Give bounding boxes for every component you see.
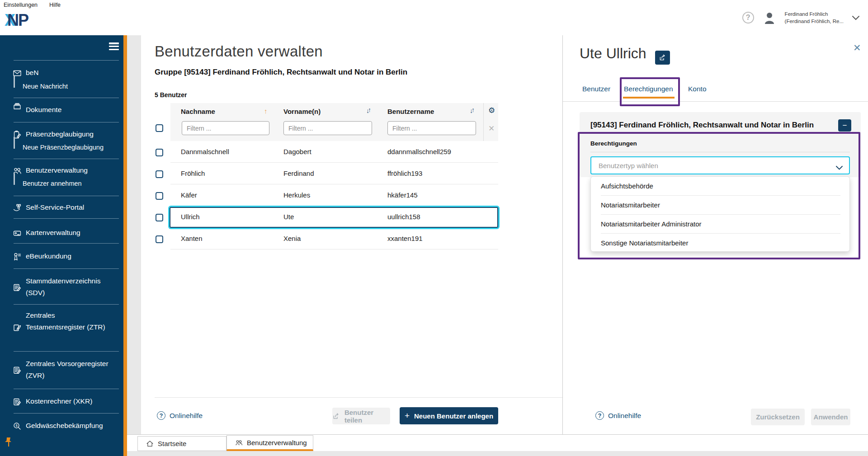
divider xyxy=(14,60,119,61)
collapse-minus-button[interactable]: − xyxy=(838,119,851,132)
sidebar-item-neue-nachricht[interactable]: Neue Nachricht xyxy=(23,82,68,91)
table-row[interactable]: Fröhlich Ferdinand ffröhlich193 xyxy=(170,163,498,184)
select-placeholder: Benutzertyp wählen xyxy=(599,162,658,169)
table-row[interactable]: Käfer Herkules hkäfer145 xyxy=(170,184,498,206)
sidebar-item-zvr[interactable]: Zentrales Vorsorgeregister (ZVR) xyxy=(26,358,114,381)
onlinehilfe-link[interactable]: ? Onlinehilfe xyxy=(595,411,641,420)
divider xyxy=(14,351,119,352)
tab-benutzer[interactable]: Benutzer xyxy=(582,85,610,93)
tab-label: Startseite xyxy=(158,440,186,447)
table-row[interactable]: Dannmalschnell Dagobert ddannmallschnell… xyxy=(170,141,498,163)
filter-nachname-input[interactable] xyxy=(182,121,269,135)
row-checkbox[interactable] xyxy=(156,214,163,221)
sidebar-item-benutzerverwaltung[interactable]: Benutzerverwaltung xyxy=(26,166,88,175)
detail-panel: ✕ Ute Ullrich Benutzer Berechtigungen Ko… xyxy=(562,35,868,434)
option-aufsichtsbehoerde[interactable]: Aufsichtsbehörde xyxy=(591,177,850,195)
divider xyxy=(14,122,119,122)
menubar: Einstellungen Hilfe xyxy=(4,2,61,8)
close-icon[interactable]: ✕ xyxy=(853,42,861,53)
option-notariatsmitarbeiter[interactable]: Notariatsmitarbeiter xyxy=(591,196,850,214)
sidebar-item-ebeurkundung[interactable]: eBeurkundung xyxy=(26,252,71,261)
filter-benutzername-input[interactable] xyxy=(387,121,476,135)
calculator-document-icon xyxy=(13,397,22,406)
onlinehilfe-label: Onlinehilfe xyxy=(170,412,203,420)
select-all-checkbox[interactable] xyxy=(156,124,163,132)
chevron-down-icon[interactable] xyxy=(852,15,860,20)
pin-icon[interactable] xyxy=(4,437,14,448)
help-icon[interactable]: ? xyxy=(742,12,754,24)
sidebar-item-self-service-portal[interactable]: Self-Service-Portal xyxy=(26,203,84,212)
tab-benutzerverwaltung[interactable]: Benutzerverwaltung xyxy=(226,435,313,451)
col-nachname[interactable]: Nachname xyxy=(181,108,215,115)
cell-benutzername: ddannmallschnell259 xyxy=(387,148,451,155)
apply-button-label: Anwenden xyxy=(814,413,848,421)
sort-icon[interactable]: ↓↑ xyxy=(470,107,473,114)
cell-nachname: Ullrich xyxy=(181,213,200,221)
sidebar-item-praesenzbeglaubigung[interactable]: Präsenzbeglaubigung xyxy=(26,130,94,139)
menu-einstellungen[interactable]: Einstellungen xyxy=(4,2,38,8)
hamburger-menu-icon[interactable] xyxy=(109,42,119,50)
subitem-bar xyxy=(14,173,15,185)
user-count: 5 Benutzer xyxy=(155,91,187,99)
document-pen-icon xyxy=(13,366,22,375)
benutzer-teilen-button[interactable]: Benutzer teilen xyxy=(332,408,390,424)
tab-berechtigungen[interactable]: Berechtigungen xyxy=(624,85,673,93)
cell-vorname: Dagobert xyxy=(283,148,311,155)
seal-icon xyxy=(13,252,22,261)
table-row[interactable]: Xanten Xenia xxanten191 xyxy=(170,228,498,249)
cell-vorname: Herkules xyxy=(283,191,310,199)
tab-konto[interactable]: Konto xyxy=(688,85,707,93)
row-checkbox[interactable] xyxy=(156,192,163,200)
sidebar-item-kartenverwaltung[interactable]: Kartenverwaltung xyxy=(26,228,80,237)
sort-asc-icon[interactable]: ↑ xyxy=(264,107,268,115)
sidebar-item-kostenrechner[interactable]: Kostenrechner (XKR) xyxy=(26,397,92,406)
plus-icon: + xyxy=(405,411,410,421)
page-subtitle: Gruppe [95143] Ferdinand Fröhlich, Recht… xyxy=(155,68,407,77)
help-icon: ? xyxy=(595,411,604,420)
cell-vorname: Ute xyxy=(283,213,294,221)
cell-nachname: Xanten xyxy=(181,235,203,242)
cell-vorname: Ferdinand xyxy=(283,169,314,177)
sidebar-nav: beN Neue Nachricht Dokumente Präsenzbegl… xyxy=(0,35,123,456)
row-checkbox[interactable] xyxy=(156,149,163,156)
divider xyxy=(14,98,119,98)
benutzertyp-select[interactable]: Benutzertyp wählen xyxy=(590,156,850,174)
sidebar-item-benutzer-annehmen[interactable]: Benutzer annehmen xyxy=(23,179,82,188)
anwenden-button[interactable]: Anwenden xyxy=(811,409,850,425)
menu-hilfe[interactable]: Hilfe xyxy=(49,2,61,8)
table-settings-gear-icon[interactable]: ⚙ xyxy=(488,106,495,115)
sidebar-item-ztr[interactable]: Zentrales Testamentsregister (ZTR) xyxy=(26,310,114,333)
sidebar-item-dokumente[interactable]: Dokumente xyxy=(26,105,61,114)
top-bar: Einstellungen Hilfe XNP ? Ferdinand Fröh… xyxy=(0,0,868,35)
home-icon xyxy=(146,440,154,447)
clear-filters-icon[interactable]: ✕ xyxy=(488,124,495,133)
row-checkbox[interactable] xyxy=(156,170,163,178)
onlinehilfe-link[interactable]: ? Onlinehilfe xyxy=(157,411,203,420)
sidebar-item-geldwaeschebekaempfung[interactable]: Geldwäschebekämpfung xyxy=(26,421,103,430)
sidebar-item-neue-praesenzbeglaubigung[interactable]: Neue Präsenzbeglaubigung xyxy=(23,143,104,152)
group-header: [95143] Ferdinand Fröhlich, Rechtsanwalt… xyxy=(590,121,814,130)
help-icon: ? xyxy=(157,411,165,420)
table-row-selected[interactable]: Ullrich Ute uullrich158 xyxy=(170,206,498,228)
option-notariatsmitarbeiter-administrator[interactable]: Notariatsmitarbeiter Administrator xyxy=(591,215,850,233)
option-sonstige-notariatsmitarbeiter[interactable]: Sonstige Notariatsmitarbeiter xyxy=(591,234,850,252)
sidebar-item-ben[interactable]: beN xyxy=(26,68,38,77)
zuruecksetzen-button[interactable]: Zurücksetzen xyxy=(751,409,805,425)
application-window: Einstellungen Hilfe XNP ? Ferdinand Fröh… xyxy=(0,0,868,456)
row-checkbox[interactable] xyxy=(156,235,163,243)
neuen-benutzer-anlegen-button[interactable]: + Neuen Benutzer anlegen xyxy=(400,407,498,424)
arrow-up: ↑ xyxy=(472,106,473,113)
divider xyxy=(563,101,868,102)
sort-icon[interactable]: ↓↑ xyxy=(366,107,370,114)
cell-benutzername: hkäfer145 xyxy=(387,191,418,199)
filter-vorname-input[interactable] xyxy=(283,121,372,135)
open-in-window-icon[interactable] xyxy=(655,51,670,65)
column-separator xyxy=(483,103,484,141)
sidebar-item-sdv[interactable]: Stammdatenverzeichnis (SDV) xyxy=(26,275,114,299)
col-vorname[interactable]: Vorname(n) xyxy=(283,108,321,115)
divider xyxy=(14,218,119,219)
xnp-logo: XNP xyxy=(5,11,28,30)
col-benutzername[interactable]: Benutzername xyxy=(387,108,434,115)
user-menu[interactable]: Ferdinand Fröhlich (Ferdinand Fröhlich, … xyxy=(785,10,844,25)
tab-startseite[interactable]: Startseite xyxy=(137,436,226,451)
